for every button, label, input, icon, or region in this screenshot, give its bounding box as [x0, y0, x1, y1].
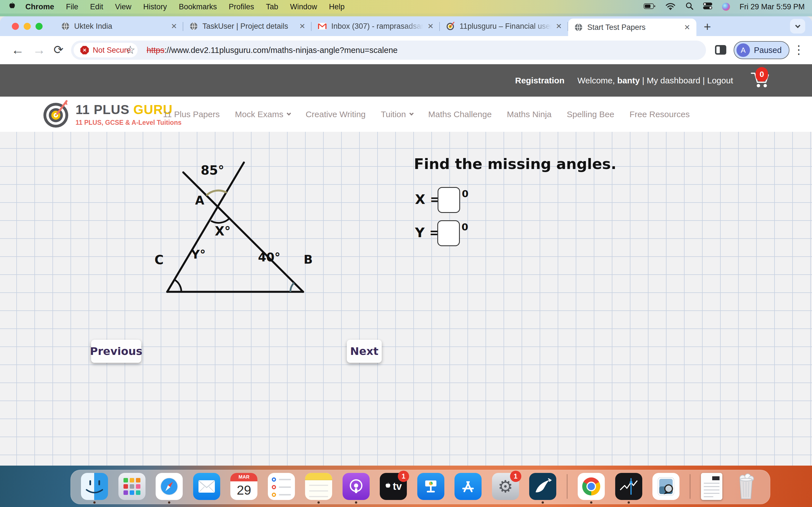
window-controls	[12, 23, 43, 30]
menubar-clock[interactable]: Fri 29 Mar 5:59 PM	[740, 3, 805, 11]
notification-badge: 1	[510, 471, 521, 482]
angle-85-label: 85°	[201, 163, 224, 177]
close-window-button[interactable]	[12, 23, 19, 30]
menubar-item-edit[interactable]: Edit	[90, 3, 103, 11]
dock-mysql-workbench[interactable]	[529, 473, 556, 504]
menubar-item-file[interactable]: File	[66, 3, 79, 11]
chrome-menu-icon[interactable]: ⋮	[793, 43, 805, 57]
dock-notes[interactable]	[305, 473, 332, 504]
nav-tuition[interactable]: Tuition	[381, 110, 413, 119]
previous-button[interactable]: Previous	[91, 340, 141, 363]
dock-safari[interactable]	[156, 473, 183, 504]
dock-calendar[interactable]: MAR 29	[231, 473, 257, 504]
url-text[interactable]: https://www.dev2.11plusguru.com/maths-ni…	[147, 46, 398, 55]
tab-close-icon[interactable]: ✕	[168, 22, 179, 31]
answer-input-y[interactable]	[437, 220, 460, 246]
chrome-icon	[578, 473, 605, 500]
reload-button[interactable]: ⟳	[54, 43, 63, 57]
cart-button[interactable]: 0	[751, 71, 770, 90]
new-tab-button[interactable]: +	[704, 18, 711, 34]
menubar-item-view[interactable]: View	[115, 3, 132, 11]
site-nav-items: 11 Plus Papers Mock Exams Creative Writi…	[163, 97, 690, 132]
tab-taskuser-project[interactable]: TaskUser | Project details ✕	[183, 16, 312, 36]
tab-close-icon[interactable]: ✕	[682, 23, 693, 32]
dock-mail[interactable]	[193, 473, 220, 504]
next-button[interactable]: Next	[347, 340, 382, 363]
dock-trash[interactable]	[732, 473, 760, 504]
bookmark-star-icon[interactable]: ☆	[125, 43, 135, 56]
registration-link[interactable]: Registration	[515, 76, 564, 86]
menubar-item-tab[interactable]: Tab	[266, 3, 278, 11]
globe-favicon-icon	[61, 22, 70, 31]
tab-close-icon[interactable]: ✕	[425, 22, 436, 31]
dock-app-store[interactable]	[455, 473, 481, 504]
calendar-icon: MAR 29	[231, 473, 257, 500]
back-button[interactable]: ←	[11, 42, 24, 57]
dock-stocks[interactable]	[615, 473, 642, 504]
nav-11-plus-papers[interactable]: 11 Plus Papers	[163, 110, 220, 119]
tab-close-icon[interactable]: ✕	[297, 22, 308, 31]
wifi-icon[interactable]	[665, 2, 676, 12]
menubar-item-bookmarks[interactable]: Bookmarks	[179, 3, 217, 11]
macos-menubar: Chrome File Edit View History Bookmarks …	[0, 0, 812, 13]
dock-keynote[interactable]	[417, 473, 444, 504]
dock-launchpad[interactable]	[118, 473, 146, 504]
tab-uktek-india[interactable]: Uktek India ✕	[55, 16, 183, 36]
avatar: A	[737, 43, 750, 57]
spotlight-search-icon[interactable]	[686, 2, 693, 12]
siri-icon[interactable]	[722, 3, 730, 11]
dock-chrome[interactable]	[578, 473, 605, 504]
dock-apple-tv[interactable]: tv 1	[380, 473, 407, 504]
menubar-item-profiles[interactable]: Profiles	[229, 3, 254, 11]
forward-button[interactable]: →	[33, 42, 46, 57]
triangle-diagram: 85° A X° Y° C 40° B	[152, 154, 316, 298]
control-center-icon[interactable]	[703, 2, 712, 11]
tab-start-test-papers[interactable]: Start Test Papers ✕	[568, 18, 696, 36]
nav-maths-ninja[interactable]: Maths Ninja	[507, 110, 552, 119]
minimize-window-button[interactable]	[24, 23, 31, 30]
calendar-day: 29	[231, 482, 257, 499]
site-logo[interactable]: 11 PLUS GURU 11 PLUS, GCSE & A-Level Tui…	[42, 100, 182, 129]
apple-menu-icon[interactable]	[8, 3, 16, 11]
calendar-month: MAR	[231, 473, 257, 482]
x-equals-label: X =	[415, 191, 441, 207]
vertex-c-label: C	[154, 252, 163, 267]
nav-mock-exams[interactable]: Mock Exams	[235, 110, 290, 119]
nav-maths-challenge[interactable]: Maths Challenge	[428, 110, 492, 119]
vertex-b-label: B	[304, 252, 313, 267]
dock-finder[interactable]	[81, 473, 108, 504]
side-panel-icon[interactable]	[715, 45, 726, 55]
logout-link[interactable]: Logout	[707, 76, 733, 85]
site-header: 11 PLUS GURU 11 PLUS, GCSE & A-Level Tui…	[0, 97, 812, 132]
menubar-item-chrome[interactable]: Chrome	[26, 3, 54, 11]
tab-gmail-inbox[interactable]: Inbox (307) - ramprasadsarka ✕	[312, 16, 440, 36]
zoom-window-button[interactable]	[36, 23, 43, 30]
menubar-item-history[interactable]: History	[143, 3, 167, 11]
dock-podcasts[interactable]	[343, 473, 370, 504]
tab-11plusguru-financial[interactable]: 11plusguru – Financial user lo ✕	[440, 16, 568, 36]
tab-title: Inbox (307) - ramprasadsarka	[331, 22, 425, 31]
dock-document[interactable]	[701, 473, 722, 504]
nav-spelling-bee[interactable]: Spelling Bee	[567, 110, 614, 119]
answer-input-x[interactable]	[438, 187, 460, 213]
menubar-item-help[interactable]: Help	[329, 3, 345, 11]
menubar-item-window[interactable]: Window	[290, 3, 317, 11]
tab-title: Uktek India	[74, 22, 168, 31]
battery-icon[interactable]	[644, 3, 656, 11]
profile-chip[interactable]: A Paused	[733, 41, 790, 59]
dock-preview[interactable]	[652, 473, 679, 504]
nav-creative-writing[interactable]: Creative Writing	[306, 110, 366, 119]
tab-title: TaskUser | Project details	[202, 22, 297, 31]
dock-reminders[interactable]	[268, 473, 295, 504]
notification-badge: 1	[398, 471, 409, 482]
tab-close-icon[interactable]: ✕	[553, 22, 564, 31]
my-dashboard-link[interactable]: My dashboard	[647, 76, 700, 85]
dock-settings[interactable]: ⚙ 1	[492, 473, 519, 504]
trash-icon	[732, 473, 760, 500]
address-bar[interactable]: ✕ Not Secure https://www.dev2.11plusguru…	[71, 41, 706, 60]
tab-search-button[interactable]	[790, 19, 805, 34]
dock: MAR 29	[70, 470, 770, 504]
settings-icon: ⚙ 1	[492, 473, 519, 500]
browser-toolbar: ← → ⟳ ✕ Not Secure https://www.dev2.11pl…	[0, 36, 812, 64]
nav-free-resources[interactable]: Free Resources	[629, 110, 690, 119]
